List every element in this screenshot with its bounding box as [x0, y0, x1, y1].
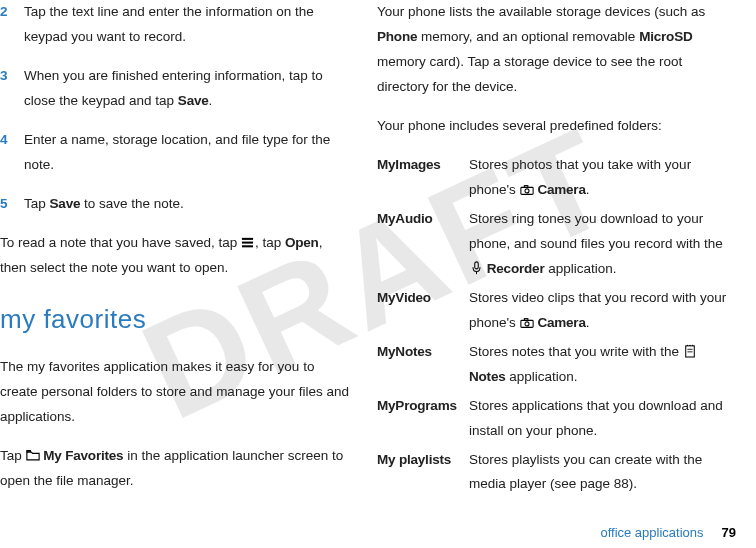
section-heading-my-favorites: my favorites	[0, 295, 349, 343]
text: memory card). Tap a storage device to se…	[377, 54, 682, 94]
svg-point-13	[689, 344, 690, 345]
text: When you are finished entering informati…	[24, 68, 323, 108]
svg-rect-5	[524, 185, 528, 187]
text: .	[586, 182, 590, 197]
save-label: Save	[50, 196, 81, 211]
camera-icon	[520, 183, 534, 197]
favorites-intro: The my favorites application makes it ea…	[0, 355, 349, 430]
step-5: 5 Tap Save to save the note.	[0, 192, 349, 217]
folder-desc: Stores video clips that you record with …	[469, 286, 732, 340]
step-number: 5	[0, 192, 24, 217]
folder-desc: Stores photos that you take with your ph…	[469, 153, 732, 207]
step-4: 4 Enter a name, storage location, and fi…	[0, 128, 349, 178]
step-3: 3 When you are finished entering informa…	[0, 64, 349, 114]
predefined-intro: Your phone includes several predefined f…	[377, 114, 732, 139]
folder-row-myvideo: MyVideo Stores video clips that you reco…	[377, 286, 732, 340]
svg-rect-6	[474, 262, 478, 269]
page-content: 2 Tap the text line and enter the inform…	[0, 0, 756, 548]
svg-point-9	[525, 322, 529, 326]
menu-icon	[241, 235, 255, 249]
recorder-icon	[469, 261, 483, 275]
folder-row-myplaylists: My playlists Stores playlists you can cr…	[377, 448, 732, 502]
camera-icon	[520, 316, 534, 330]
svg-rect-0	[242, 238, 253, 240]
notes-icon	[683, 344, 697, 358]
step-text: Tap Save to save the note.	[24, 192, 349, 217]
text: Tap	[24, 196, 50, 211]
step-number: 4	[0, 128, 24, 178]
folder-desc: Stores ring tones you download to your p…	[469, 207, 732, 286]
folder-desc: Stores playlists you can create with the…	[469, 448, 732, 502]
svg-point-14	[692, 344, 693, 345]
folder-name: MyImages	[377, 153, 469, 207]
text: Stores video clips that you record with …	[469, 290, 726, 330]
folder-row-myaudio: MyAudio Stores ring tones you download t…	[377, 207, 732, 286]
folder-name: MyVideo	[377, 286, 469, 340]
text: memory, and an optional removable	[417, 29, 639, 44]
folders-table: MyImages Stores photos that you take wit…	[377, 153, 732, 502]
text: , tap	[255, 235, 285, 250]
step-text: When you are finished entering informati…	[24, 64, 349, 114]
save-label: Save	[178, 93, 209, 108]
text: application.	[506, 369, 578, 384]
my-favorites-label: My Favorites	[43, 448, 123, 463]
recorder-label: Recorder	[487, 261, 545, 276]
svg-point-12	[687, 344, 688, 345]
favorites-tap: Tap My Favorites in the application laun…	[0, 444, 349, 494]
folder-desc: Stores applications that you download an…	[469, 394, 732, 448]
left-column: 2 Tap the text line and enter the inform…	[0, 0, 369, 538]
text: Tap	[0, 448, 26, 463]
camera-label: Camera	[537, 182, 585, 197]
step-2: 2 Tap the text line and enter the inform…	[0, 0, 349, 50]
text: Your phone lists the available storage d…	[377, 4, 705, 19]
read-note-para: To read a note that you have saved, tap …	[0, 231, 349, 281]
text: .	[586, 315, 590, 330]
svg-rect-1	[242, 241, 253, 243]
folder-desc: Stores notes that you write with the Not…	[469, 340, 732, 394]
notes-label: Notes	[469, 369, 506, 384]
text: .	[209, 93, 213, 108]
phone-label: Phone	[377, 29, 417, 44]
step-text: Tap the text line and enter the informat…	[24, 0, 349, 50]
svg-rect-2	[242, 245, 253, 247]
right-column: Your phone lists the available storage d…	[369, 0, 738, 538]
step-text: Enter a name, storage location, and file…	[24, 128, 349, 178]
folder-row-mynotes: MyNotes Stores notes that you write with…	[377, 340, 732, 394]
folder-name: MyPrograms	[377, 394, 469, 448]
step-number: 2	[0, 0, 24, 50]
text: Stores ring tones you download to your p…	[469, 211, 723, 251]
folder-name: My playlists	[377, 448, 469, 502]
folder-name: MyAudio	[377, 207, 469, 286]
text: Stores notes that you write with the	[469, 344, 683, 359]
storage-intro: Your phone lists the available storage d…	[377, 0, 732, 100]
folder-icon	[26, 448, 40, 462]
folder-name: MyNotes	[377, 340, 469, 394]
microsd-label: MicroSD	[639, 29, 692, 44]
step-number: 3	[0, 64, 24, 114]
folder-row-myprograms: MyPrograms Stores applications that you …	[377, 394, 732, 448]
svg-point-4	[525, 189, 529, 193]
text: To read a note that you have saved, tap	[0, 235, 241, 250]
open-label: Open	[285, 235, 319, 250]
camera-label: Camera	[537, 315, 585, 330]
folder-row-myimages: MyImages Stores photos that you take wit…	[377, 153, 732, 207]
text: application.	[544, 261, 616, 276]
text: to save the note.	[80, 196, 184, 211]
svg-rect-10	[524, 318, 528, 320]
